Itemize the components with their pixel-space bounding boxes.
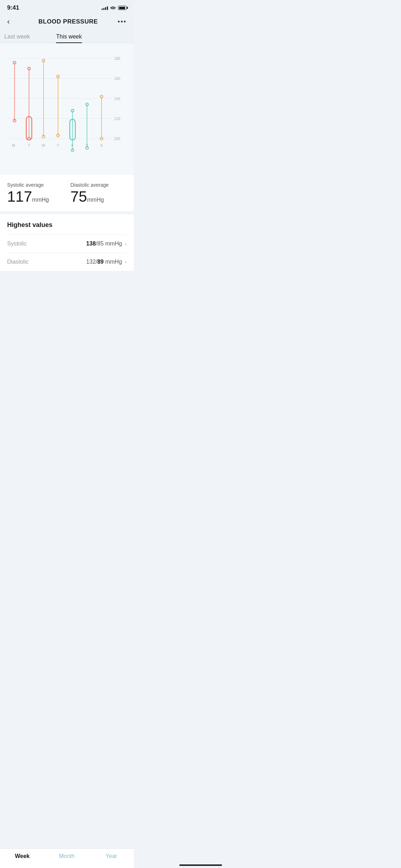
more-button[interactable]: ••• (118, 18, 127, 26)
systolic-stat: Systolic average 117mmHg (7, 182, 63, 204)
signal-icon (102, 6, 108, 10)
wifi-icon (110, 5, 116, 11)
svg-text:W: W (42, 143, 45, 148)
svg-text:100: 100 (114, 136, 120, 141)
svg-text:S: S (86, 143, 88, 148)
svg-text:140: 140 (114, 97, 120, 101)
status-time: 9:41 (7, 4, 19, 11)
blood-pressure-chart: 180 160 140 120 100 (6, 50, 128, 161)
systolic-row-value: 138/85 mmHg › (86, 241, 127, 247)
svg-text:160: 160 (114, 76, 120, 81)
diastolic-highest-row[interactable]: Diastolic 132/89 mmHg › (7, 253, 127, 271)
diastolic-value: 75mmHg (71, 189, 127, 204)
systolic-label: Systolic average (7, 182, 63, 188)
back-button[interactable]: ‹ (7, 17, 19, 26)
highest-values-title: Highest values (7, 221, 127, 229)
tab-this-week[interactable]: This week (47, 29, 91, 43)
systolic-highest-row[interactable]: Systolic 138/85 mmHg › (7, 234, 127, 253)
status-bar: 9:41 (0, 0, 134, 14)
tab-navigation: Last week This week (0, 29, 134, 43)
status-icons (102, 5, 127, 11)
systolic-value: 117mmHg (7, 189, 63, 204)
battery-icon (118, 6, 127, 10)
tab-next[interactable] (91, 29, 134, 43)
chart-container: 180 160 140 120 100 (0, 50, 134, 171)
svg-text:120: 120 (114, 117, 120, 121)
highest-values-section: Highest values Systolic 138/85 mmHg › Di… (0, 214, 134, 271)
chevron-right-icon-2: › (125, 259, 127, 265)
svg-text:S: S (100, 143, 103, 148)
diastolic-stat: Diastolic average 75mmHg (71, 182, 127, 204)
header: ‹ BLOOD PRESSURE ••• (0, 14, 134, 29)
chart-area: 180 160 140 120 100 (0, 43, 134, 175)
systolic-row-label: Systolic (7, 241, 27, 247)
diastolic-row-label: Diastolic (7, 259, 29, 265)
svg-text:180: 180 (114, 56, 120, 61)
diastolic-label: Diastolic average (71, 182, 127, 188)
svg-text:F: F (71, 143, 74, 148)
chevron-right-icon: › (125, 241, 127, 247)
page-title: BLOOD PRESSURE (38, 18, 98, 25)
stats-section: Systolic average 117mmHg Diastolic avera… (0, 175, 134, 211)
svg-text:M: M (12, 143, 15, 148)
svg-text:T: T (57, 143, 60, 148)
diastolic-row-value: 132/89 mmHg › (86, 259, 127, 265)
tab-last-week[interactable]: Last week (0, 29, 47, 43)
svg-text:T: T (28, 143, 30, 148)
